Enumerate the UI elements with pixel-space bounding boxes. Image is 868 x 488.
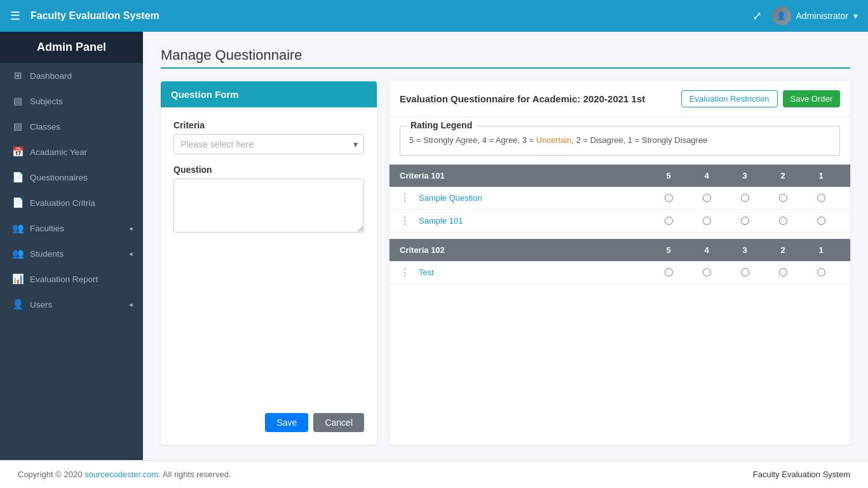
sidebar-item-label: Evaluation Critria: [30, 198, 133, 208]
page-title: Manage Questionnaire: [161, 47, 850, 64]
col-2-header: 2: [764, 171, 802, 180]
radio-4[interactable]: [688, 194, 726, 202]
questionnaire-card: Evaluation Questionnaire for Academic: 2…: [390, 81, 850, 445]
table-row: ⋮ Sample 101: [390, 210, 850, 233]
sidebar-item-users[interactable]: 👤 Users ◂: [0, 292, 143, 317]
sidebar-item-label: Acadamic Year: [30, 147, 133, 157]
col-4-header: 4: [688, 245, 726, 255]
radio-2[interactable]: [764, 194, 802, 202]
sidebar-item-subjects[interactable]: ▤ Subjects: [0, 88, 143, 114]
avatar: 👤: [772, 6, 791, 25]
sidebar-item-label: Classes: [30, 122, 133, 132]
criteria-select[interactable]: Please select here: [173, 134, 364, 154]
right-panel: Evaluation Questionnaire for Academic: 2…: [390, 81, 850, 445]
radio-5[interactable]: [649, 268, 688, 276]
sidebar-item-faculties[interactable]: 👥 Faculties ◂: [0, 215, 143, 241]
radio-3[interactable]: [726, 217, 764, 225]
footer-link[interactable]: sourcecodester.com.: [85, 470, 161, 479]
sidebar-brand: Admin Panel: [0, 32, 143, 63]
expand-icon[interactable]: ⤢: [752, 9, 762, 23]
drag-handle-icon[interactable]: ⋮: [400, 215, 419, 227]
sidebar-item-label: Evaluation Report: [30, 274, 133, 284]
drag-handle-icon[interactable]: ⋮: [400, 192, 419, 204]
col-4-header: 4: [688, 171, 726, 180]
sidebar-item-label: Users: [30, 300, 123, 309]
sidebar-item-evaluation-critria[interactable]: 📄 Evaluation Critria: [0, 190, 143, 215]
chevron-left-icon: ◂: [129, 224, 133, 233]
evaluation-critria-icon: 📄: [12, 197, 24, 208]
save-order-button[interactable]: Save Order: [783, 90, 840, 107]
col-3-header: 3: [726, 171, 764, 180]
col-5-header: 5: [649, 171, 688, 180]
question-form-body: Criteria Please select here ▾ Question: [161, 107, 377, 445]
radio-5[interactable]: [649, 217, 688, 225]
footer: Copyright © 2020 sourcecodester.com. All…: [0, 460, 868, 488]
dashboard-icon: ⊞: [12, 70, 24, 81]
top-navbar: ☰ Faculty Evaluation System ⤢ 👤 Administ…: [0, 0, 868, 32]
sidebar-item-label: Dashboard: [30, 71, 133, 81]
save-button[interactable]: Save: [265, 413, 308, 432]
sidebar-item-academic-year[interactable]: 📅 Acadamic Year: [0, 139, 143, 165]
sidebar-item-evaluation-report[interactable]: 📊 Evaluation Report: [0, 266, 143, 292]
radio-2[interactable]: [764, 268, 802, 276]
navbar-brand: Faculty Evaluation System: [31, 10, 752, 22]
footer-left: Copyright © 2020 sourcecodester.com. All…: [18, 470, 231, 479]
radio-3[interactable]: [726, 268, 764, 276]
sidebar-item-label: Questionnaires: [30, 173, 133, 182]
classes-icon: ▤: [12, 121, 24, 132]
questionnaire-title: Evaluation Questionnaire for Academic: 2…: [400, 93, 645, 104]
question-form-card: Question Form Criteria Please select her…: [161, 81, 377, 445]
username-label: Administrator: [796, 11, 848, 21]
criteria-101-header: Criteria 101 5 4 3 2 1: [390, 165, 850, 187]
radio-5[interactable]: [649, 194, 688, 202]
user-dropdown[interactable]: 👤 Administrator ▾: [772, 6, 858, 25]
sidebar-item-label: Subjects: [30, 97, 133, 106]
faculties-icon: 👥: [12, 222, 24, 234]
questionnaire-actions: Evaluation Restriction Save Order: [681, 90, 840, 107]
students-icon: 👥: [12, 248, 24, 259]
evaluation-restriction-button[interactable]: Evaluation Restriction: [681, 90, 778, 107]
rating-legend-text: 5 = Strongly Agree, 4 = Agree, 3 = Uncer…: [409, 134, 831, 147]
sidebar-item-questionnaires[interactable]: 📄 Questionnaires: [0, 165, 143, 190]
uncertain-text: Uncertain: [536, 135, 572, 145]
radio-4[interactable]: [688, 217, 726, 225]
menu-toggle-icon[interactable]: ☰: [10, 9, 20, 23]
radio-2[interactable]: [764, 217, 802, 225]
drag-handle-icon[interactable]: ⋮: [400, 266, 419, 278]
question-textarea[interactable]: [173, 179, 364, 233]
rating-legend-title: Rating Legend: [407, 120, 476, 130]
table-row: ⋮ Test: [390, 261, 850, 284]
cancel-button[interactable]: Cancel: [313, 413, 364, 432]
question-form-group: Question: [173, 165, 364, 234]
question-label: Question: [173, 165, 364, 175]
question-form-header: Question Form: [161, 81, 377, 107]
radio-3[interactable]: [726, 194, 764, 202]
form-actions: Save Cancel: [173, 403, 364, 432]
col-3-header: 3: [726, 245, 764, 255]
questionnaires-icon: 📄: [12, 172, 24, 183]
chevron-left-icon: ◂: [129, 301, 133, 309]
col-1-header: 1: [802, 245, 840, 255]
question-text: Sample 101: [419, 216, 649, 226]
criteria-102-name: Criteria 102: [400, 245, 649, 255]
radio-4[interactable]: [688, 268, 726, 276]
radio-1[interactable]: [802, 217, 840, 225]
calendar-icon: 📅: [12, 146, 24, 158]
sidebar-item-label: Students: [30, 249, 123, 259]
subjects-icon: ▤: [12, 95, 24, 107]
col-5-header: 5: [649, 245, 688, 255]
question-text: Sample Question: [419, 193, 649, 203]
sidebar-item-dashboard[interactable]: ⊞ Dashboard: [0, 63, 143, 88]
criteria-102-section: Criteria 102 5 4 3 2 1 ⋮ Test: [390, 239, 850, 284]
sidebar-item-classes[interactable]: ▤ Classes: [0, 114, 143, 139]
question-text: Test: [419, 268, 649, 277]
radio-1[interactable]: [802, 194, 840, 202]
criteria-label: Criteria: [173, 120, 364, 130]
table-row: ⋮ Sample Question: [390, 187, 850, 210]
navbar-right: ⤢ 👤 Administrator ▾: [752, 6, 858, 25]
users-icon: 👤: [12, 299, 24, 310]
sidebar-item-students[interactable]: 👥 Students ◂: [0, 241, 143, 266]
radio-1[interactable]: [802, 268, 840, 276]
sidebar: Admin Panel ⊞ Dashboard ▤ Subjects ▤ Cla…: [0, 32, 143, 460]
rating-legend: Rating Legend 5 = Strongly Agree, 4 = Ag…: [400, 126, 840, 156]
